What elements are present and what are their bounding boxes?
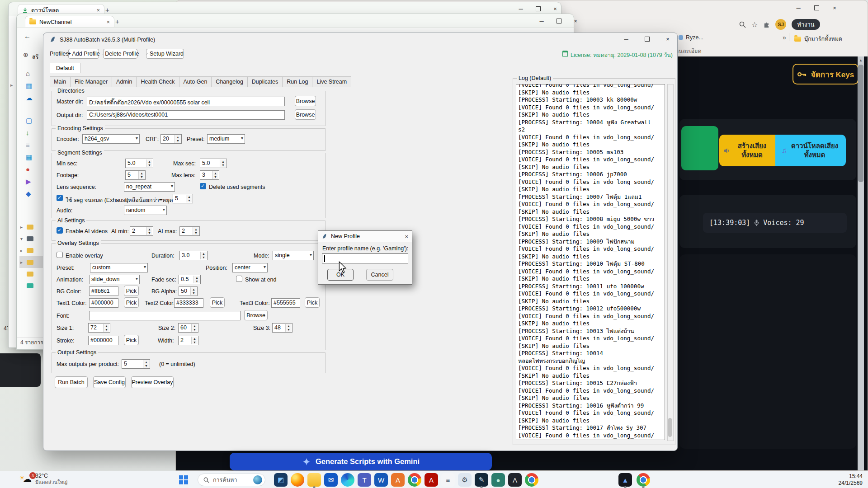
taskbar-icon-firefox[interactable]	[291, 473, 304, 487]
spin-arrows[interactable]: ▲▼	[191, 337, 198, 344]
manage-keys-button[interactable]: จัดการ Keys	[793, 64, 859, 84]
stroke-width-stepper[interactable]: 2▲▼	[178, 336, 198, 345]
bg-color-input[interactable]: #ffb6c1	[89, 286, 118, 296]
stroke-pick-button[interactable]: Pick	[124, 335, 139, 345]
extensions-puzzle-icon[interactable]	[763, 21, 770, 28]
notebook-tab[interactable]: Live Stream	[312, 76, 351, 87]
sj88-maximize-button[interactable]	[639, 34, 655, 44]
new-tab-button[interactable]: +	[115, 18, 119, 25]
back-arrow-icon[interactable]: ←	[24, 32, 31, 40]
bg-color-pick-button[interactable]: Pick	[124, 286, 139, 296]
taskbar-icon-orange-app[interactable]: A	[391, 473, 405, 487]
bookmarks-all-button[interactable]: บุ๊กมาร์กทั้งหมด	[794, 34, 842, 43]
browser-minimize-button[interactable]: ─	[791, 3, 806, 13]
browser-scrollbar[interactable]: ▲	[858, 56, 864, 470]
taskbar-icon-edge[interactable]	[341, 473, 354, 487]
spin-arrows[interactable]: ▲▼	[193, 276, 200, 283]
nav-icon[interactable]: ▢	[26, 114, 32, 127]
position-select[interactable]: center▾	[232, 263, 268, 272]
enable-overlay-checkbox[interactable]	[57, 252, 63, 258]
generate-scripts-banner[interactable]: Generate Scripts with Gemini	[230, 453, 492, 470]
output-dir-input[interactable]: C:/Users/sj88s/Videos/test0001	[87, 110, 285, 120]
browser-maximize-button[interactable]	[809, 3, 824, 13]
taskbar-icon-notepad[interactable]: ≡	[441, 473, 455, 487]
fade-sec-stepper[interactable]: 0.5▲▼	[179, 275, 201, 284]
spin-arrows[interactable]: ▲▼	[143, 360, 149, 368]
nav-icon[interactable]: ⌂	[26, 67, 33, 80]
taskbar-icon-teams[interactable]: T	[358, 473, 371, 487]
notebook-tab[interactable]: File Manager	[71, 76, 112, 87]
master-dir-input[interactable]: D:/คอร์สติ๊กต๊อก2026/Vdo ex/00000555 sol…	[87, 97, 285, 106]
animation-select[interactable]: slide_down▾	[89, 275, 140, 284]
text1-color-input[interactable]: #000000	[89, 298, 118, 308]
enable-ai-videos-checkbox[interactable]	[57, 227, 63, 234]
explorer1-maximize-button[interactable]	[530, 4, 546, 14]
nav-icon[interactable]: ≡	[26, 139, 32, 151]
spin-arrows[interactable]: ▲▼	[212, 171, 218, 179]
taskbar-icon-chrome-profile[interactable]	[637, 473, 650, 487]
spin-arrows[interactable]: ▲▼	[191, 324, 198, 332]
notebook-tab[interactable]: Run Log	[283, 76, 312, 87]
taskbar-icon-python-idle[interactable]: ✎	[475, 473, 488, 487]
max-sec-stepper[interactable]: 5.0▲▼	[200, 159, 227, 168]
explorer2-maximize-button[interactable]	[551, 16, 566, 26]
stroke-color-input[interactable]: #000000	[88, 336, 118, 345]
explorer2-close-button[interactable]: ×	[568, 16, 583, 26]
text1-pick-button[interactable]: Pick	[124, 297, 139, 308]
explorer2-minimize-button[interactable]: ─	[534, 16, 549, 26]
profile-tab-default[interactable]: Default	[50, 63, 80, 73]
nav-icon[interactable]: ▦	[26, 80, 33, 92]
preview-overlay-button[interactable]: Preview Overlay	[131, 376, 174, 388]
log-output[interactable]: [VOICE] Found 0 files in vdo_long_sound/…	[516, 84, 665, 440]
footage-stepper[interactable]: 5▲▼	[125, 170, 146, 180]
text2-pick-button[interactable]: Pick	[210, 297, 225, 308]
green-action-button[interactable]	[681, 126, 718, 170]
taskbar-search[interactable]: การค้นหา	[198, 474, 265, 486]
text3-color-input[interactable]: #555555	[271, 298, 300, 308]
spin-arrows[interactable]: ▲▼	[146, 227, 152, 235]
preset-select[interactable]: medium▾	[207, 134, 245, 144]
explorer1-minimize-button[interactable]: ─	[513, 4, 528, 14]
tree-chevron-icon[interactable]: ▸	[20, 260, 25, 265]
browser-tab-fragment[interactable]: Ryze...	[679, 34, 703, 41]
profile-name-input[interactable]	[322, 253, 408, 263]
taskbar-icon-photos[interactable]: ◩	[274, 473, 288, 487]
min-sec-stepper[interactable]: 5.0▲▼	[125, 159, 153, 168]
font-input[interactable]	[89, 311, 241, 320]
overlay-preset-select[interactable]: custom▾	[90, 263, 148, 272]
master-browse-button[interactable]: Browse	[295, 96, 316, 106]
tree-row[interactable]: ▸	[19, 221, 45, 233]
log-scrollbar[interactable]	[667, 84, 674, 441]
tree-row[interactable]	[19, 268, 45, 280]
sj88-close-button[interactable]: ×	[660, 34, 675, 44]
new-tab-button[interactable]: +	[105, 6, 109, 14]
taskbar-icon-settings[interactable]: ⚙	[458, 473, 472, 487]
run-batch-button[interactable]: Run Batch	[55, 376, 88, 388]
taskbar-icon-chrome[interactable]	[408, 473, 421, 487]
weather-widget[interactable]: ☁☀ 3 32°C มีแดดส่วนใหญ่	[23, 473, 67, 485]
spin-arrows[interactable]: ▲▼	[220, 160, 226, 167]
encoder-select[interactable]: h264_qsv▾	[82, 134, 140, 144]
nav-icon[interactable]: ↓	[26, 127, 32, 139]
nav-icon[interactable]: ☁	[26, 92, 33, 104]
spin-arrows[interactable]: ▲▼	[193, 227, 199, 235]
spin-arrows[interactable]: ▲▼	[285, 324, 292, 332]
chevron-right-icon[interactable]: ▸	[10, 82, 13, 88]
output-browse-button[interactable]: Browse	[295, 109, 316, 120]
font-browse-button[interactable]: Browse	[244, 310, 268, 320]
browser-close-button[interactable]: ×	[827, 3, 842, 13]
size1-stepper[interactable]: 72▲▼	[88, 323, 110, 333]
bookmark-star-icon[interactable]: ☆	[751, 20, 758, 29]
spin-arrows[interactable]: ▲▼	[103, 324, 109, 332]
notebook-tab[interactable]: Main	[50, 76, 71, 87]
add-profile-button[interactable]: + Add Profile	[68, 49, 99, 59]
search-icon[interactable]	[739, 21, 746, 28]
tree-row[interactable]	[19, 280, 45, 291]
scrollbar-up-arrow[interactable]: ▲	[859, 58, 863, 62]
tree-row[interactable]: ▾	[19, 233, 45, 244]
explorer1-close-button[interactable]: ×	[547, 4, 563, 14]
nav-icon[interactable]: ▶	[26, 175, 32, 188]
spin-arrows[interactable]: ▲▼	[186, 195, 192, 202]
crf-stepper[interactable]: 20▲▼	[160, 134, 182, 144]
download-all-voices-button[interactable]: ♫ ดาวน์โหลดเสียงทั้งหมด	[775, 135, 846, 166]
